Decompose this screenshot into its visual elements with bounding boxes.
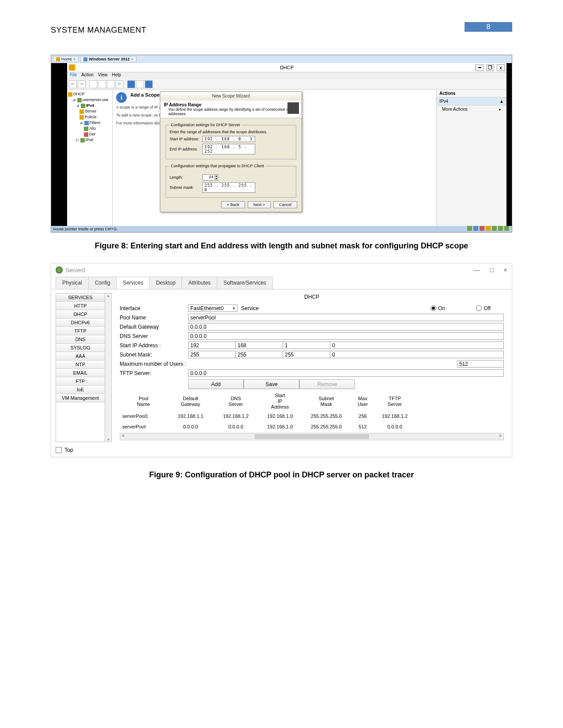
- tab-softwareservices[interactable]: Software/Services: [217, 277, 273, 289]
- tree-root[interactable]: DHCP: [68, 91, 111, 97]
- sidebar-item-syslog[interactable]: SYSLOG: [56, 344, 105, 352]
- start-ip-oct3[interactable]: [283, 341, 330, 349]
- length-label: Length:: [170, 175, 202, 180]
- close-button[interactable]: ×: [503, 266, 507, 274]
- table-cell: 512: [351, 424, 375, 429]
- toolbar-button[interactable]: [89, 80, 97, 88]
- sidebar-item-email[interactable]: EMAIL: [56, 369, 105, 377]
- refresh-icon[interactable]: ⟳: [116, 80, 124, 88]
- tab-desktop[interactable]: Desktop: [149, 277, 182, 289]
- toolbar-button[interactable]: [98, 80, 106, 88]
- sidebar-item-http[interactable]: HTTP: [56, 302, 105, 310]
- minimize-button[interactable]: —: [473, 266, 480, 274]
- start-ip-oct1[interactable]: [188, 341, 236, 349]
- forward-icon[interactable]: ⇒: [78, 80, 86, 88]
- start-ip-oct2[interactable]: [235, 341, 283, 349]
- tab-config[interactable]: Config: [88, 277, 117, 289]
- menu-view[interactable]: View: [98, 72, 108, 79]
- tree-node[interactable]: ⊿ Filters: [68, 120, 111, 126]
- toolbar-button[interactable]: [136, 80, 144, 88]
- info-icon: i: [116, 92, 127, 103]
- figure9-caption: Figure 9: Configuration of DHCP pool in …: [51, 470, 512, 480]
- sidebar-item-dns[interactable]: DNS: [56, 335, 105, 344]
- sidebar-item-ftp[interactable]: FTP: [56, 377, 105, 386]
- table-cell: 256: [351, 413, 375, 419]
- browser-tab-vm[interactable]: Windows Server 2012 ×: [80, 56, 136, 62]
- tree-ipv6[interactable]: ▷ IPv6: [68, 137, 111, 143]
- gateway-input[interactable]: [188, 323, 504, 330]
- tree-ipv4[interactable]: ⊿ IPv4: [68, 103, 111, 109]
- close-button[interactable]: x: [497, 64, 505, 71]
- max-users-input[interactable]: [457, 360, 504, 368]
- sidebar-scrollbar[interactable]: [105, 293, 112, 442]
- interface-select[interactable]: FastEthernet0: [188, 304, 238, 312]
- tab-services[interactable]: Services: [116, 277, 150, 289]
- toolbar-button[interactable]: [145, 80, 153, 88]
- packet-tracer-icon: [56, 266, 63, 274]
- start-ip-input[interactable]: 192 . 168 . 0 . 1: [202, 136, 255, 142]
- length-stepper[interactable]: 24 ▲▼: [202, 174, 218, 180]
- sidebar-item-dhcpv6[interactable]: DHCPv6: [56, 319, 105, 327]
- cancel-button[interactable]: Cancel: [273, 201, 297, 208]
- tree-node[interactable]: Server: [68, 109, 111, 114]
- menu-help[interactable]: Help: [112, 72, 121, 79]
- close-icon[interactable]: ×: [131, 57, 133, 61]
- mask-oct1[interactable]: [188, 351, 236, 358]
- dns-input[interactable]: [188, 332, 504, 340]
- back-icon[interactable]: ⇐: [69, 80, 77, 88]
- sidebar-item-dhcp[interactable]: DHCP: [56, 310, 105, 319]
- remove-button[interactable]: Remove: [299, 379, 355, 389]
- mask-oct4[interactable]: [330, 351, 504, 358]
- start-ip-oct4[interactable]: [330, 341, 504, 349]
- tree-server[interactable]: ⊿ userserver.use: [68, 97, 111, 103]
- toolbar-button[interactable]: [107, 80, 115, 88]
- top-checkbox[interactable]: [56, 447, 62, 453]
- tree-node[interactable]: Allo: [68, 126, 111, 131]
- menu-file[interactable]: File: [70, 72, 77, 79]
- column-header: DefaultGateway: [167, 395, 214, 408]
- toolbar-button[interactable]: [127, 80, 135, 88]
- status-bar: nouse pointer inside or press Ctrl+G.: [51, 226, 512, 232]
- sidebar-item-ntp[interactable]: NTP: [56, 360, 105, 369]
- radio-on[interactable]: On: [431, 305, 445, 311]
- tab-physical[interactable]: Physical: [56, 277, 89, 289]
- new-scope-wizard: New Scope Wizard IP Address Range You de…: [160, 91, 302, 212]
- save-button[interactable]: Save: [244, 379, 299, 389]
- close-icon[interactable]: ×: [73, 57, 76, 61]
- sidebar-item-tftp[interactable]: TFTP: [56, 327, 105, 335]
- mask-oct3[interactable]: [283, 351, 330, 358]
- horizontal-scrollbar[interactable]: [120, 433, 504, 440]
- browser-tab-home[interactable]: Home ×: [53, 56, 79, 62]
- maximize-button[interactable]: ❐: [486, 64, 494, 71]
- table-cell: 192.168.1.0: [258, 424, 302, 429]
- mask-input[interactable]: 255 . 255 . 255 . 0: [202, 182, 255, 193]
- pool-name-input[interactable]: [188, 314, 504, 321]
- dns-label: DNS Server: [120, 333, 188, 339]
- back-button[interactable]: < Back: [221, 201, 245, 208]
- column-header: TFTPServer: [375, 395, 415, 408]
- table-row[interactable]: serverPool1192.168.1.1192.168.1.2192.168…: [120, 411, 504, 421]
- end-ip-input[interactable]: 192 . 168 . 5 . 252: [202, 144, 255, 154]
- sidebar-item-aaa[interactable]: AAA: [56, 352, 105, 360]
- chevron-right-icon: ▸: [499, 107, 501, 112]
- sidebar-item-ioe[interactable]: IoE: [56, 386, 105, 394]
- table-cell: 192.168.1.1: [167, 413, 214, 419]
- toolbar: ⇐ ⇒ ⟳: [67, 79, 506, 90]
- tree-node[interactable]: Der: [68, 131, 111, 137]
- actions-more[interactable]: More Actions▸: [437, 105, 506, 113]
- tab-attributes[interactable]: Attributes: [181, 277, 217, 289]
- maximize-button[interactable]: □: [490, 266, 494, 274]
- table-cell: 0.0.0.0: [214, 424, 258, 429]
- radio-off[interactable]: Off: [476, 305, 491, 311]
- tree-node[interactable]: Policie: [68, 114, 111, 120]
- add-button[interactable]: Add: [188, 379, 244, 389]
- tftp-input[interactable]: [188, 369, 504, 377]
- computer-icon: [83, 57, 87, 61]
- sidebar-item-vm-management[interactable]: VM Management: [56, 394, 105, 402]
- next-button[interactable]: Next >: [248, 201, 271, 208]
- mask-oct2[interactable]: [235, 351, 283, 358]
- actions-ipv4-row[interactable]: IPv4▲: [437, 98, 506, 105]
- minimize-button[interactable]: ━: [476, 64, 484, 71]
- table-row[interactable]: serverPool0.0.0.00.0.0.0192.168.1.0255.2…: [120, 421, 504, 432]
- menu-action[interactable]: Action: [81, 72, 94, 79]
